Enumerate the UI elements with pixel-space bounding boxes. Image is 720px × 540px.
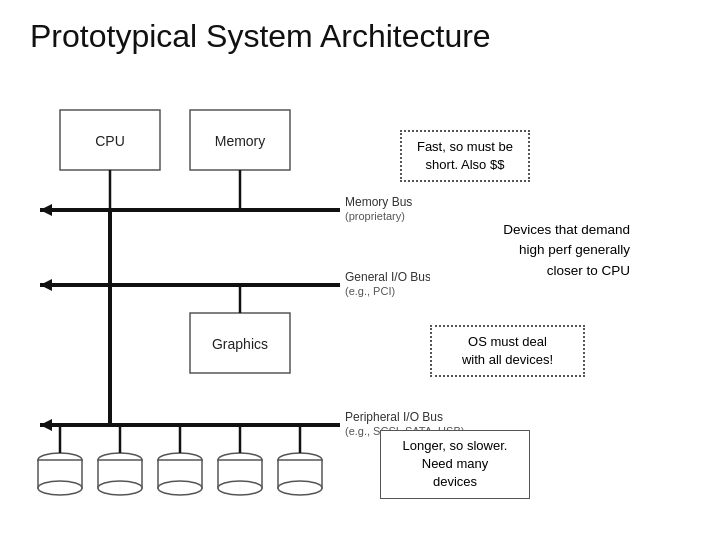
svg-text:Peripheral I/O Bus: Peripheral I/O Bus (345, 410, 443, 424)
annotation-fast-short: Fast, so must be short. Also $$ (400, 130, 530, 182)
annotation-longer-slower: Longer, so slower.Need manydevices (380, 430, 530, 499)
svg-text:General I/O Bus: General I/O Bus (345, 270, 431, 284)
annotation-os-must: OS must dealwith all devices! (430, 325, 585, 377)
svg-marker-12 (40, 279, 52, 291)
svg-point-41 (278, 481, 322, 495)
svg-text:(e.g., PCI): (e.g., PCI) (345, 285, 395, 297)
svg-text:(proprietary): (proprietary) (345, 210, 405, 222)
annotation-devices-demand: Devices that demandhigh perf generallycl… (430, 220, 630, 281)
diagram-area: CPU Memory Memory Bus (proprietary) Gene… (0, 70, 720, 540)
svg-marker-20 (40, 419, 52, 431)
page-title: Prototypical System Architecture (0, 0, 720, 65)
svg-text:Memory Bus: Memory Bus (345, 195, 412, 209)
svg-text:Graphics: Graphics (212, 336, 268, 352)
svg-text:Memory: Memory (215, 133, 266, 149)
svg-point-33 (158, 481, 202, 495)
svg-point-25 (38, 481, 82, 495)
svg-point-29 (98, 481, 142, 495)
svg-marker-7 (40, 204, 52, 216)
svg-text:CPU: CPU (95, 133, 125, 149)
svg-point-37 (218, 481, 262, 495)
